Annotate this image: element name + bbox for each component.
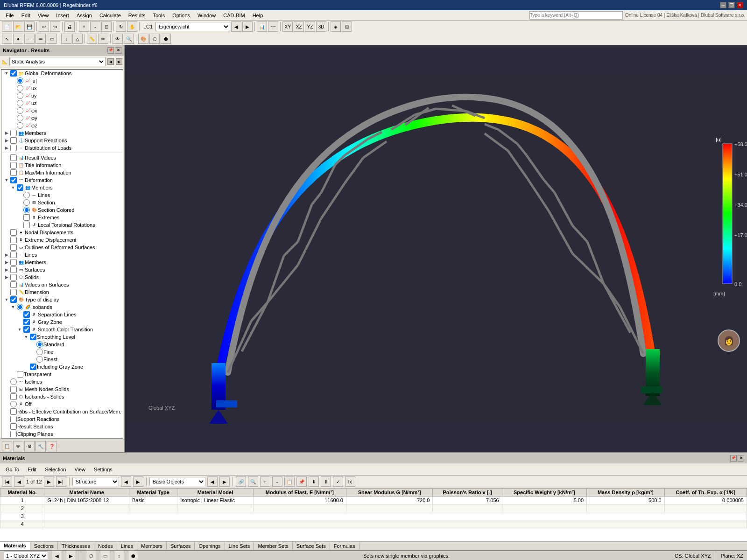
status-tb1[interactable]: ⬡ <box>86 551 96 560</box>
check-isobands-solids[interactable] <box>10 393 17 400</box>
expand-isobands[interactable]: ▼ <box>10 304 16 310</box>
filter-btn[interactable]: 🔍 <box>124 34 134 44</box>
tree-lines2[interactable]: ▶ ─ Lines <box>1 251 123 259</box>
tree-clipping-planes[interactable]: Clipping Planes <box>1 430 123 438</box>
radio-def-section-colored[interactable] <box>23 207 30 213</box>
expand-support[interactable]: ▶ <box>3 137 10 144</box>
zoom-fit[interactable]: ⊡ <box>101 21 112 32</box>
selection-menu[interactable]: Selection <box>41 466 70 473</box>
tree-def-lines[interactable]: ─ Lines <box>1 191 123 199</box>
tb-export[interactable]: ⬆ <box>321 476 331 487</box>
check-deformation[interactable] <box>10 177 17 183</box>
tree-uz[interactable]: 📈 uz <box>1 99 123 107</box>
tree-result-sections[interactable]: Result Sections <box>1 423 123 430</box>
tree-mesh-nodes-solids[interactable]: ⊞ Mesh Nodes Solids <box>1 385 123 393</box>
tree-values-surfaces[interactable]: 📊 Values on Surfaces <box>1 281 123 288</box>
color-btn[interactable]: 🎨 <box>138 34 148 44</box>
minimize-button[interactable]: ─ <box>720 2 726 8</box>
tree-support-react[interactable]: ▶ ⚓ Support Reactions <box>1 137 123 144</box>
check-smooth-trans[interactable] <box>23 326 30 333</box>
undo-button[interactable]: ↩ <box>39 21 49 32</box>
check-result-values[interactable] <box>10 154 17 161</box>
tab-lines[interactable]: Lines <box>117 542 137 550</box>
rotate-btn[interactable]: ↻ <box>116 21 126 32</box>
tab-members[interactable]: Members <box>137 542 167 550</box>
check-transparent[interactable] <box>17 371 23 378</box>
radio-fine[interactable] <box>36 349 43 355</box>
menu-calculate[interactable]: Calculate <box>96 12 125 19</box>
deform-btn[interactable]: 〰 <box>268 21 278 32</box>
expand-members[interactable]: ▶ <box>3 130 10 136</box>
table-row[interactable]: 2 <box>0 504 747 512</box>
table-row[interactable]: 3 <box>0 512 747 520</box>
render-btn[interactable]: ◈ <box>331 21 341 32</box>
tb-link[interactable]: 🔗 <box>236 476 246 487</box>
expand-distload[interactable]: ▶ <box>3 145 10 151</box>
render2-btn[interactable]: ⬡ <box>149 34 160 44</box>
tree-isobands-solids[interactable]: ⬡ Isobands - Solids <box>1 393 123 400</box>
prev-page[interactable]: ◀ <box>14 476 24 487</box>
view-xy[interactable]: XY <box>282 21 293 32</box>
expand-def-members[interactable]: ▼ <box>10 184 16 191</box>
tab-openings[interactable]: Openings <box>195 542 225 550</box>
tree-support-react2[interactable]: Support Reactions <box>1 415 123 423</box>
select-btn[interactable]: ↖ <box>2 34 12 44</box>
nav-next[interactable]: ▶ <box>116 58 122 65</box>
tree-distload[interactable]: ▶ ↓ Distribution of Loads <box>1 144 123 152</box>
tree-def-section[interactable]: ⊞ Section <box>1 199 123 206</box>
structure-combo[interactable]: Structure <box>72 477 119 486</box>
next-page[interactable]: ▶ <box>44 476 54 487</box>
expand-global-def[interactable]: ▼ <box>3 70 10 77</box>
viewport-area[interactable]: +68.0 +51.0 +34.0 +17.0 0.0 |u| [mm] Glo… <box>125 45 747 452</box>
panel-pin[interactable]: 📌 <box>107 47 114 54</box>
redo-button[interactable]: ↪ <box>50 21 60 32</box>
check-title-info[interactable] <box>10 162 17 168</box>
load-btn[interactable]: ↓ <box>61 34 71 44</box>
tree-finest[interactable]: Finest <box>1 356 123 363</box>
new-button[interactable]: 📄 <box>2 21 12 32</box>
tb-paste[interactable]: 📌 <box>296 476 307 487</box>
first-page[interactable]: |◀ <box>2 476 12 487</box>
tree-solids[interactable]: ▶ ⬡ Solids <box>1 273 123 281</box>
tree-ribs[interactable]: Ribs - Effective Contribution on Surface… <box>1 408 123 415</box>
check-extreme-disp[interactable] <box>10 237 17 243</box>
measure-btn[interactable]: 📏 <box>87 34 97 44</box>
tb-delete[interactable]: - <box>272 476 282 487</box>
nav-prev[interactable]: ◀ <box>107 58 114 65</box>
tb-calc[interactable]: fx <box>345 476 355 487</box>
check-solids[interactable] <box>10 274 17 280</box>
tree-def-local-torsion[interactable]: ↺ Local Torsional Rotations <box>1 221 123 229</box>
tree-ux[interactable]: 📈 ux <box>1 84 123 92</box>
status-prev[interactable]: ◀ <box>52 551 62 560</box>
open-button[interactable]: 📂 <box>13 21 23 32</box>
panel-tb-5[interactable]: ❓ <box>47 441 57 451</box>
check-global-def[interactable] <box>10 70 17 77</box>
search-input[interactable] <box>529 11 623 20</box>
tree-type-display[interactable]: ▼ 🎨 Type of display <box>1 296 123 303</box>
check-type-display[interactable] <box>10 296 17 303</box>
panel-tb-3[interactable]: ⚙ <box>24 441 35 451</box>
table-row[interactable]: 4 <box>0 520 747 528</box>
member-btn[interactable]: ═ <box>35 34 46 44</box>
tree-smooth-level[interactable]: ▼ Smoothing Level <box>1 333 123 341</box>
surface-btn[interactable]: ▭ <box>47 34 57 44</box>
menu-assign[interactable]: Assign <box>73 12 96 19</box>
menu-options[interactable]: Options <box>169 12 194 19</box>
menu-window[interactable]: Window <box>194 12 219 19</box>
check-def-extremes[interactable] <box>23 214 30 221</box>
panel-tb-1[interactable]: 📋 <box>2 441 12 451</box>
panel-close[interactable]: ✕ <box>115 47 121 54</box>
tree-result-values[interactable]: 📊 Result Values <box>1 154 123 161</box>
menu-cadbim[interactable]: CAD-BIM <box>219 12 248 19</box>
check-members[interactable] <box>10 130 17 136</box>
tb-copy[interactable]: 📋 <box>284 476 295 487</box>
menu-results[interactable]: Results <box>125 12 149 19</box>
view-3d[interactable]: 3D <box>316 21 326 32</box>
tree-px[interactable]: 📈 φx <box>1 107 123 114</box>
check-mesh-nodes[interactable] <box>10 386 17 392</box>
struct-prev[interactable]: ◀ <box>121 476 131 487</box>
panel-tb-2[interactable]: 👁 <box>13 441 23 451</box>
expand-type-display[interactable]: ▼ <box>3 296 10 303</box>
check-values-surfaces[interactable] <box>10 281 17 288</box>
tree-nodal-disp[interactable]: ● Nodal Displacements <box>1 229 123 236</box>
